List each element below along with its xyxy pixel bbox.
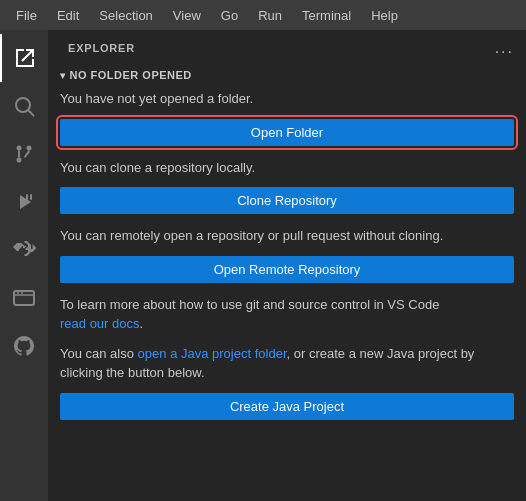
no-folder-section-header[interactable]: ▾ NO FOLDER OPENED	[60, 65, 514, 89]
menu-view[interactable]: View	[165, 6, 209, 25]
svg-point-10	[17, 292, 19, 294]
menu-go[interactable]: Go	[213, 6, 246, 25]
svg-point-11	[21, 292, 23, 294]
remote-explorer-activity-icon[interactable]	[0, 274, 48, 322]
menu-file[interactable]: File	[8, 6, 45, 25]
github-activity-icon[interactable]	[0, 322, 48, 370]
create-java-project-button[interactable]: Create Java Project	[60, 393, 514, 420]
svg-point-2	[17, 158, 22, 163]
explorer-icon[interactable]	[0, 34, 48, 82]
activity-bar	[0, 30, 48, 501]
read-docs-link[interactable]: read our docs	[60, 316, 140, 331]
main-layout: EXPLORER ... ▾ NO FOLDER OPENED You have…	[0, 30, 526, 501]
menu-run[interactable]: Run	[250, 6, 290, 25]
menu-selection[interactable]: Selection	[91, 6, 160, 25]
learn-text-before: To learn more about how to use git and s…	[60, 297, 439, 312]
learn-text: To learn more about how to use git and s…	[60, 295, 514, 334]
svg-point-3	[27, 146, 32, 151]
no-folder-text: You have not yet opened a folder.	[60, 89, 514, 109]
clone-repository-button[interactable]: Clone Repository	[60, 187, 514, 214]
java-text-before: You can also	[60, 346, 134, 361]
sidebar-more-button[interactable]: ...	[495, 39, 514, 57]
remote-text: You can remotely open a repository or pu…	[60, 226, 514, 246]
clone-text: You can clone a repository locally.	[60, 158, 514, 178]
chevron-down-icon: ▾	[60, 70, 66, 81]
menu-help[interactable]: Help	[363, 6, 406, 25]
svg-line-1	[29, 111, 35, 117]
sidebar: EXPLORER ... ▾ NO FOLDER OPENED You have…	[48, 30, 526, 501]
menu-edit[interactable]: Edit	[49, 6, 87, 25]
explorer-content: ▾ NO FOLDER OPENED You have not yet open…	[48, 65, 526, 501]
svg-rect-6	[26, 194, 28, 200]
open-java-folder-link[interactable]: open a Java project folder	[138, 346, 287, 361]
svg-point-4	[17, 146, 22, 151]
svg-point-0	[16, 98, 30, 112]
java-text: You can also open a Java project folder,…	[60, 344, 514, 383]
menu-terminal[interactable]: Terminal	[294, 6, 359, 25]
menu-bar: File Edit Selection View Go Run Terminal…	[0, 0, 526, 30]
extensions-activity-icon[interactable]	[0, 226, 48, 274]
run-debug-activity-icon[interactable]	[0, 178, 48, 226]
sidebar-header: EXPLORER ...	[48, 30, 526, 65]
source-control-activity-icon[interactable]	[0, 130, 48, 178]
open-remote-repository-button[interactable]: Open Remote Repository	[60, 256, 514, 283]
sidebar-title: EXPLORER	[68, 42, 135, 54]
svg-rect-7	[30, 194, 32, 200]
open-folder-button[interactable]: Open Folder	[60, 119, 514, 146]
learn-text-period: .	[140, 316, 144, 331]
search-activity-icon[interactable]	[0, 82, 48, 130]
svg-rect-8	[14, 291, 34, 305]
no-folder-label: NO FOLDER OPENED	[70, 69, 192, 81]
